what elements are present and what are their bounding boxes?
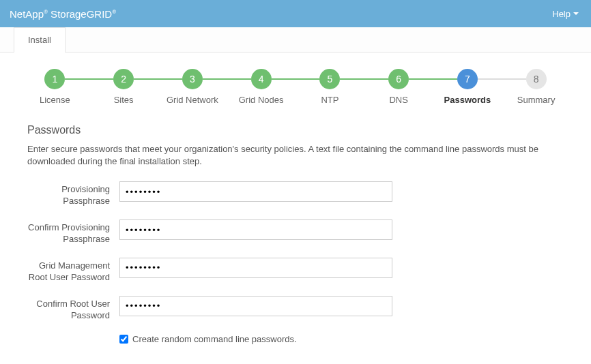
section-title: Passwords <box>27 124 564 136</box>
provisioning-passphrase-input[interactable] <box>119 181 392 202</box>
step-label: DNS <box>389 95 407 105</box>
step-label: Summary <box>517 95 556 105</box>
row-root-password: Grid Management Root User Password <box>27 258 564 284</box>
wizard-stepper: 1License2Sites3Grid Network4Grid Nodes5N… <box>0 52 591 110</box>
step-circle: 6 <box>388 69 409 89</box>
step-label: License <box>40 95 70 105</box>
random-passwords-label: Create random command line passwords. <box>132 334 297 344</box>
label-confirm-root-password: Confirm Root User Password <box>27 296 119 322</box>
random-passwords-checkbox[interactable] <box>119 335 128 344</box>
top-navbar: NetApp® StorageGRID® Help <box>0 0 591 27</box>
step-sites[interactable]: 2Sites <box>89 69 158 105</box>
step-circle: 1 <box>44 69 65 89</box>
step-circle: 2 <box>113 69 134 89</box>
step-label: Passwords <box>444 95 491 105</box>
step-passwords[interactable]: 7Passwords <box>433 69 502 105</box>
label-provisioning: Provisioning Passphrase <box>27 181 119 207</box>
step-circle: 3 <box>182 69 203 89</box>
help-label: Help <box>552 9 571 19</box>
step-label: Grid Nodes <box>239 95 284 105</box>
step-label: Sites <box>114 95 134 105</box>
label-confirm-provisioning: Confirm Provisioning Passphrase <box>27 219 119 245</box>
confirm-root-password-input[interactable] <box>119 296 392 316</box>
row-confirm-provisioning: Confirm Provisioning Passphrase <box>27 219 564 245</box>
help-menu[interactable]: Help <box>552 9 579 19</box>
step-circle: 4 <box>251 69 272 89</box>
root-password-input[interactable] <box>119 258 392 278</box>
step-summary[interactable]: 8Summary <box>502 69 571 105</box>
step-circle: 7 <box>457 69 478 89</box>
tab-bar: Install <box>0 27 591 52</box>
step-dns[interactable]: 6DNS <box>364 69 433 105</box>
label-root-password: Grid Management Root User Password <box>27 258 119 284</box>
tab-install[interactable]: Install <box>14 27 66 52</box>
step-circle: 8 <box>526 69 547 89</box>
section-description: Enter secure passwords that meet your or… <box>27 143 564 168</box>
step-grid-nodes[interactable]: 4Grid Nodes <box>227 69 296 105</box>
step-circle: 5 <box>319 69 340 89</box>
row-random-passwords: Create random command line passwords. <box>27 334 564 344</box>
step-label: Grid Network <box>167 95 218 105</box>
step-label: NTP <box>321 95 338 105</box>
chevron-down-icon <box>573 12 579 15</box>
step-ntp[interactable]: 5NTP <box>296 69 364 105</box>
main-content: Passwords Enter secure passwords that me… <box>0 110 591 364</box>
brand-title: NetApp® StorageGRID® <box>10 8 116 20</box>
step-license[interactable]: 1License <box>20 69 89 105</box>
row-provisioning: Provisioning Passphrase <box>27 181 564 207</box>
confirm-provisioning-passphrase-input[interactable] <box>119 219 392 240</box>
step-grid-network[interactable]: 3Grid Network <box>158 69 227 105</box>
row-confirm-root-password: Confirm Root User Password <box>27 296 564 322</box>
